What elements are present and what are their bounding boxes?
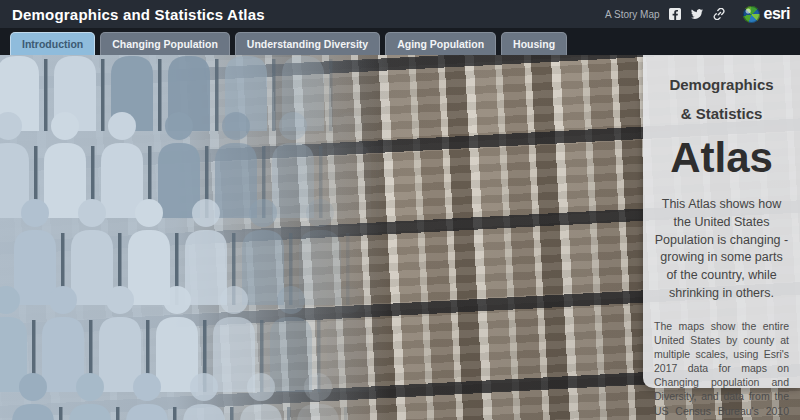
panel-body-paragraph: The maps show the entire United States b… bbox=[654, 319, 789, 420]
header-bar: Demographics and Statistics Atlas A Stor… bbox=[0, 0, 800, 28]
person-silhouette-icon bbox=[63, 371, 121, 420]
intro-text-panel: Demographics & Statistics Atlas This Atl… bbox=[643, 55, 800, 388]
tab-housing[interactable]: Housing bbox=[501, 32, 567, 55]
tab-aging-population[interactable]: Aging Population bbox=[385, 32, 496, 55]
panel-intro-paragraph: This Atlas shows how the United States P… bbox=[654, 196, 789, 303]
page-title: Demographics and Statistics Atlas bbox=[12, 6, 265, 23]
tab-introduction[interactable]: Introduction bbox=[10, 32, 95, 55]
person-silhouette-icon bbox=[6, 371, 64, 420]
person-silhouette-icon bbox=[177, 371, 235, 420]
story-map-label: A Story Map bbox=[605, 9, 659, 20]
person-silhouette-icon bbox=[291, 371, 349, 420]
esri-wordmark: esri bbox=[764, 5, 790, 23]
share-link-icon[interactable] bbox=[713, 8, 726, 21]
panel-heading-line1: Demographics bbox=[654, 71, 789, 100]
story-map-app: Demographics and Statistics Atlas A Stor… bbox=[0, 0, 800, 420]
tab-understanding-diversity[interactable]: Understanding Diversity bbox=[235, 32, 380, 55]
tab-changing-population[interactable]: Changing Population bbox=[100, 32, 230, 55]
header-right-group: A Story Map esri bbox=[605, 5, 790, 23]
facebook-icon[interactable] bbox=[669, 8, 682, 21]
twitter-icon[interactable] bbox=[691, 8, 704, 21]
crowd-of-people-graphic bbox=[0, 55, 400, 420]
person-silhouette-icon bbox=[120, 371, 178, 420]
panel-heading: Demographics & Statistics bbox=[654, 71, 789, 128]
section-tab-bar: IntroductionChanging PopulationUnderstan… bbox=[0, 28, 800, 55]
intro-section: Demographics & Statistics Atlas This Atl… bbox=[0, 55, 800, 420]
esri-globe-icon bbox=[743, 6, 760, 23]
panel-heading-line2: & Statistics bbox=[654, 100, 789, 129]
esri-logo[interactable]: esri bbox=[743, 5, 790, 23]
panel-title: Atlas bbox=[654, 134, 789, 182]
person-silhouette-icon bbox=[234, 371, 292, 420]
